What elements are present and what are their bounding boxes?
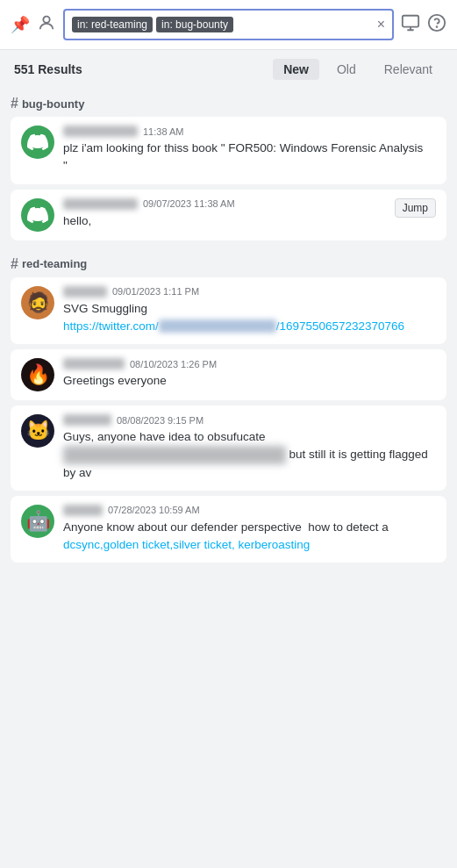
message-body: 07/28/2023 10:59 AM Anyone know about ou… xyxy=(63,505,436,555)
message-body: 08/10/2023 1:26 PM Greetings everyone xyxy=(63,358,436,390)
message-card: 🔥 08/10/2023 1:26 PM Greetings everyone xyxy=(11,349,446,400)
username-blur xyxy=(63,126,138,137)
message-card: 11:38 AM plz i'am looking for thiss book… xyxy=(11,117,446,184)
help-icon[interactable] xyxy=(427,13,446,37)
message-text: plz i'am looking for thiss book " FOR500… xyxy=(63,140,436,176)
message-card: 09/07/2023 11:38 AM hello, Jump xyxy=(11,190,446,240)
message-card: 🧔 09/01/2023 1:11 PM SVG Smuggling https… xyxy=(11,277,446,345)
section-header-red-teaming: # red-teaming xyxy=(11,256,446,272)
avatar: 🐱 xyxy=(21,414,54,448)
jump-button[interactable]: Jump xyxy=(395,198,436,218)
search-bar[interactable]: in: red-teaming in: bug-bounty × xyxy=(63,9,394,40)
message-body: 08/08/2023 9:15 PM Guys, anyone have ide… xyxy=(63,414,436,482)
message-body: 09/07/2023 11:38 AM hello, xyxy=(63,198,436,230)
profile-icon[interactable] xyxy=(37,13,56,37)
message-body: 11:38 AM plz i'am looking for thiss book… xyxy=(63,126,436,176)
avatar: 🔥 xyxy=(21,358,54,391)
svg-rect-1 xyxy=(403,15,418,26)
timestamp: 11:38 AM xyxy=(143,126,183,137)
message-meta: 08/08/2023 9:15 PM xyxy=(63,414,436,426)
svg-point-0 xyxy=(43,16,49,22)
hash-icon: # xyxy=(11,256,18,272)
section-header-bug-bounty: # bug-bounty xyxy=(11,96,446,111)
timestamp: 07/28/2023 10:59 AM xyxy=(108,505,200,515)
username-blur xyxy=(63,358,125,369)
blurred-message-text: their_payload_or_put_it_tried_many_ways xyxy=(63,446,286,463)
timestamp: 09/01/2023 1:11 PM xyxy=(112,286,199,297)
pin-icon[interactable]: 📌 xyxy=(11,15,30,34)
header: 📌 in: red-teaming in: bug-bounty × xyxy=(0,0,457,50)
message-card: 🐱 08/08/2023 9:15 PM Guys, anyone have i… xyxy=(11,405,446,491)
timestamp: 09/07/2023 11:38 AM xyxy=(143,198,235,209)
timestamp: 08/10/2023 1:26 PM xyxy=(130,359,217,369)
message-text: hello, xyxy=(63,212,436,230)
message-meta: 09/01/2023 1:11 PM xyxy=(63,286,436,298)
avatar xyxy=(21,198,54,232)
monitor-icon[interactable] xyxy=(401,13,420,37)
hash-icon: # xyxy=(11,96,18,111)
results-count: 551 Results xyxy=(14,62,266,76)
search-tag-bug-bounty[interactable]: in: bug-bounty xyxy=(156,17,233,32)
message-text: SVG Smuggling https://twitter.com/██████… xyxy=(63,300,436,336)
username-blur xyxy=(63,198,138,210)
section-red-teaming: # red-teaming 🧔 09/01/2023 1:11 PM SVG S… xyxy=(0,249,457,572)
message-text: Greetings everyone xyxy=(63,372,436,390)
sort-old-button[interactable]: Old xyxy=(326,59,367,80)
link[interactable]: https://twitter.com/██████████████/16975… xyxy=(63,319,404,333)
section-title-red-teaming: red-teaming xyxy=(22,257,87,270)
section-bug-bounty: # bug-bounty 11:38 AM plz i'am looking f… xyxy=(0,89,457,249)
section-title-bug-bounty: bug-bounty xyxy=(22,97,84,111)
sort-new-button[interactable]: New xyxy=(273,59,319,80)
username-blur xyxy=(63,286,107,298)
search-clear-button[interactable]: × xyxy=(377,17,385,32)
message-body: 09/01/2023 1:11 PM SVG Smuggling https:/… xyxy=(63,286,436,336)
username-blur xyxy=(63,414,111,426)
avatar: 🤖 xyxy=(21,505,54,538)
message-meta: 11:38 AM xyxy=(63,126,436,137)
username-blur xyxy=(63,505,103,516)
message-card: 🤖 07/28/2023 10:59 AM Anyone know about … xyxy=(11,496,446,563)
message-meta: 07/28/2023 10:59 AM xyxy=(63,505,436,516)
results-bar: 551 Results New Old Relevant xyxy=(0,50,457,89)
message-meta: 09/07/2023 11:38 AM xyxy=(63,198,436,210)
timestamp: 08/08/2023 9:15 PM xyxy=(117,415,204,426)
message-meta: 08/10/2023 1:26 PM xyxy=(63,358,436,369)
message-text: Anyone know about our defender perspecti… xyxy=(63,519,436,555)
message-text: Guys, anyone have idea to obsufucate the… xyxy=(63,428,436,482)
avatar: 🧔 xyxy=(21,286,54,319)
avatar xyxy=(21,126,54,159)
sort-relevant-button[interactable]: Relevant xyxy=(374,59,443,80)
link[interactable]: dcsync,golden ticket,silver ticket, kerb… xyxy=(63,538,310,551)
search-tag-red-teaming[interactable]: in: red-teaming xyxy=(72,17,153,32)
svg-point-3 xyxy=(437,26,438,27)
